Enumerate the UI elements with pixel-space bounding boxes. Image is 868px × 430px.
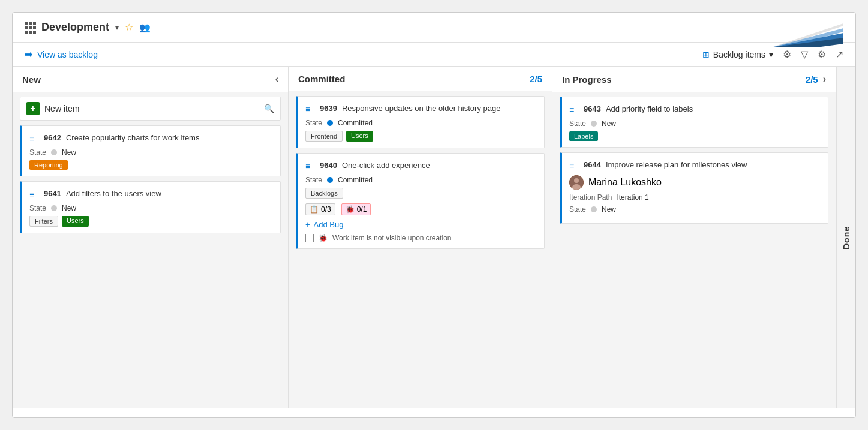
card-9642-name: Create popularity charts for work items [66, 133, 200, 143]
card-9641-title: ≡ 9641 Add filters to the users view [29, 189, 273, 199]
card-9644-iteration: Iteration Path Iteration 1 [569, 193, 821, 202]
card-9642-tags: Reporting [29, 160, 273, 170]
tag-users: Users [62, 216, 89, 227]
task-badge: 📋 0/3 [305, 203, 335, 215]
state-dot [51, 149, 57, 155]
header-left: Development ▾ ☆ 👥 [25, 21, 151, 34]
column-in-progress-label: In Progress [562, 74, 612, 85]
logo [771, 17, 843, 50]
column-in-progress-arrow[interactable]: › [823, 74, 826, 85]
card-9643-state: State New [569, 119, 821, 128]
card-9644-name: Improve release plan for milestones view [606, 160, 747, 170]
toolbar: ➡ View as backlog ⊞ Backlog items ▾ ⚙ ▽ … [13, 43, 855, 67]
tag-filters: Filters [29, 216, 58, 227]
tag-frontend: Frontend [305, 131, 343, 142]
card-9642-title: ≡ 9642 Create popularity charts for work… [29, 133, 273, 143]
add-bug-icon: + [305, 220, 310, 229]
search-icon[interactable]: 🔍 [264, 104, 274, 113]
card-9644-assignee: Marina Lukoshko [569, 175, 821, 190]
app-container: Development ▾ ☆ 👥 ➡ View as backlog ⊞ Ba… [12, 12, 856, 418]
view-as-backlog-label: View as backlog [37, 50, 98, 59]
state-dot [327, 120, 333, 126]
card-9643-id: 9643 [584, 104, 601, 113]
card-9639-name: Responsive updates on the older history … [342, 104, 501, 114]
tag-reporting: Reporting [29, 160, 68, 170]
done-label: Done [842, 226, 851, 249]
title-chevron-icon[interactable]: ▾ [115, 23, 119, 32]
card-9639-title: ≡ 9639 Responsive updates on the older h… [305, 104, 537, 114]
column-committed-header: Committed 2/5 [289, 67, 552, 91]
column-in-progress-body: ≡ 9643 Add priority field to labels Stat… [552, 92, 836, 408]
add-bug-button[interactable]: + Add Bug [305, 220, 537, 229]
card-9644[interactable]: ≡ 9644 Improve release plan for mileston… [560, 152, 828, 224]
state-dot [327, 177, 333, 183]
new-item-bar: + New item 🔍 [20, 97, 281, 121]
card-9640[interactable]: ≡ 9640 One-click add experience State Co… [296, 153, 545, 249]
work-item-icon: ≡ [569, 105, 579, 115]
new-item-left: + New item [26, 102, 79, 115]
state-dot [591, 121, 597, 127]
iteration-path-value: Iteration 1 [617, 193, 648, 202]
card-9639[interactable]: ≡ 9639 Responsive updates on the older h… [296, 96, 545, 148]
checkbox[interactable] [305, 234, 314, 242]
card-9642[interactable]: ≡ 9642 Create popularity charts for work… [20, 125, 281, 176]
card-9643[interactable]: ≡ 9643 Add priority field to labels Stat… [560, 97, 828, 148]
add-bug-label: Add Bug [314, 220, 344, 229]
card-9640-id: 9640 [320, 161, 337, 170]
column-new-body: + New item 🔍 ≡ 9642 Create popularity ch… [13, 92, 288, 408]
tag-backlogs: Backlogs [305, 188, 343, 199]
header: Development ▾ ☆ 👥 [13, 13, 855, 43]
column-committed-body: ≡ 9639 Responsive updates on the older h… [289, 91, 552, 408]
new-item-label: New item [44, 104, 79, 113]
card-9643-title: ≡ 9643 Add priority field to labels [569, 104, 821, 115]
checkbox-item: 🐞 Work item is not visible upon creation [305, 234, 537, 242]
column-in-progress: In Progress 2/5 › ≡ 9643 Add priority fi… [552, 67, 836, 408]
bug-badge: 🐞 0/1 [341, 203, 371, 215]
svg-point-5 [574, 178, 579, 183]
column-new: New ‹ + New item 🔍 ≡ 9642 [13, 67, 289, 408]
toolbar-right: ⊞ Backlog items ▾ ⚙ ▽ ⚙ ↗ [702, 49, 843, 60]
card-9641-state: State New [29, 204, 273, 212]
card-9642-id: 9642 [44, 133, 61, 142]
add-item-button[interactable]: + [26, 102, 40, 115]
card-9644-id: 9644 [584, 160, 601, 169]
task-icon: 📋 [310, 205, 319, 214]
backlog-items-button[interactable]: ⊞ Backlog items ▾ [702, 50, 773, 59]
bug-count: 0/1 [357, 205, 367, 214]
card-9639-tags: Frontend Users [305, 131, 537, 142]
backlog-items-label: Backlog items [713, 50, 765, 59]
grid-icon [25, 22, 35, 33]
card-9641[interactable]: ≡ 9641 Add filters to the users view Sta… [20, 181, 281, 233]
column-new-arrow[interactable]: ‹ [275, 74, 278, 85]
column-new-label: New [22, 74, 41, 85]
column-committed: Committed 2/5 ≡ 9639 Responsive updates … [289, 67, 552, 408]
backlog-grid-icon: ⊞ [702, 50, 710, 59]
filter-icon[interactable]: ▽ [801, 49, 808, 60]
favorite-icon[interactable]: ☆ [125, 22, 133, 33]
card-9639-id: 9639 [320, 104, 337, 113]
gear-icon[interactable]: ⚙ [818, 49, 826, 60]
manage-members-icon[interactable]: 👥 [139, 22, 151, 33]
card-9639-state: State Committed [305, 119, 537, 127]
work-item-icon: ≡ [29, 190, 39, 199]
settings-sliders-icon[interactable]: ⚙ [783, 49, 791, 60]
bug-icon: 🐞 [346, 205, 355, 214]
card-9641-tags: Filters Users [29, 216, 273, 227]
card-9641-id: 9641 [44, 189, 61, 198]
avatar [569, 175, 584, 190]
column-new-header: New ‹ [13, 67, 288, 92]
checkbox-label: Work item is not visible upon creation [332, 234, 452, 242]
card-9640-name: One-click add experience [342, 161, 430, 171]
column-committed-count: 2/5 [530, 74, 542, 84]
card-9643-name: Add priority field to labels [606, 104, 693, 115]
column-committed-label: Committed [298, 74, 345, 84]
task-count: 0/3 [321, 205, 331, 214]
view-as-backlog-btn[interactable]: ➡ View as backlog [25, 49, 98, 60]
backlog-chevron-icon: ▾ [769, 50, 773, 59]
tag-labels: Labels [569, 131, 598, 141]
card-9640-state: State Committed [305, 176, 537, 184]
tag-users: Users [346, 131, 373, 142]
expand-icon[interactable]: ↗ [836, 49, 843, 60]
backlog-arrow-icon: ➡ [25, 49, 32, 60]
page-title: Development [41, 21, 109, 34]
